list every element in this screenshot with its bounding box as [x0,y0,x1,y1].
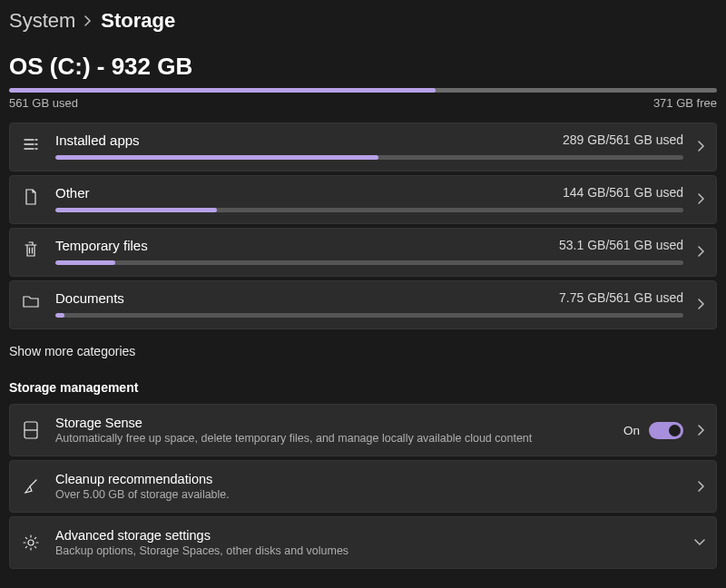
category-usage: 289 GB/561 GB used [563,132,683,148]
chevron-right-icon [84,15,92,26]
cleanup-recommendations-row[interactable]: Cleanup recommendations Over 5.00 GB of … [9,460,717,513]
chevron-right-icon [698,246,705,257]
mgmt-item-subtitle: Automatically free up space, delete temp… [55,432,609,445]
svg-point-1 [28,540,34,545]
category-usage: 53.1 GB/561 GB used [559,238,683,253]
category-bar [55,260,683,265]
drive-used-label: 561 GB used [9,96,78,110]
drive-title: OS (C:) - 932 GB [0,33,726,88]
file-icon [21,185,41,205]
apps-icon [21,132,41,152]
category-name: Other [55,185,90,201]
chevron-right-icon [698,481,705,492]
category-documents[interactable]: Documents 7.75 GB/561 GB used [9,280,717,329]
chevron-right-icon [698,425,705,436]
category-bar [55,155,683,160]
category-name: Temporary files [55,238,148,253]
category-temporary-files[interactable]: Temporary files 53.1 GB/561 GB used [9,228,717,277]
category-name: Documents [55,290,124,306]
category-name: Installed apps [55,132,140,148]
mgmt-item-title: Cleanup recommendations [55,472,683,486]
breadcrumb-parent[interactable]: System [9,9,75,33]
show-more-categories-link[interactable]: Show more categories [0,333,726,375]
toggle-state-label: On [623,424,640,437]
drive-free-label: 371 GB free [653,96,717,110]
chevron-right-icon [698,193,705,204]
trash-icon [21,238,41,258]
management-list: Storage Sense Automatically free up spac… [0,404,726,569]
category-list: Installed apps 289 GB/561 GB used Other … [0,122,726,329]
category-other[interactable]: Other 144 GB/561 GB used [9,175,717,224]
category-bar [55,208,683,212]
category-usage: 144 GB/561 GB used [563,185,683,201]
category-bar [55,313,683,318]
storage-sense-row[interactable]: Storage Sense Automatically free up spac… [9,404,717,456]
mgmt-item-subtitle: Backup options, Storage Spaces, other di… [55,544,680,557]
drive-icon [21,421,41,439]
storage-management-heading: Storage management [0,375,726,404]
chevron-down-icon [694,539,705,546]
breadcrumb-current: Storage [101,9,175,33]
mgmt-item-title: Storage Sense [55,416,609,430]
category-installed-apps[interactable]: Installed apps 289 GB/561 GB used [9,122,717,172]
storage-sense-toggle[interactable] [649,422,683,439]
category-usage: 7.75 GB/561 GB used [559,290,683,306]
advanced-storage-settings-row[interactable]: Advanced storage settings Backup options… [9,516,717,569]
breadcrumb: System Storage [0,0,726,33]
broom-icon [21,478,41,495]
gear-icon [21,534,41,551]
mgmt-item-subtitle: Over 5.00 GB of storage available. [55,488,683,501]
folder-icon [21,290,41,309]
chevron-right-icon [698,299,705,309]
mgmt-item-title: Advanced storage settings [55,528,680,543]
chevron-right-icon [698,141,705,152]
